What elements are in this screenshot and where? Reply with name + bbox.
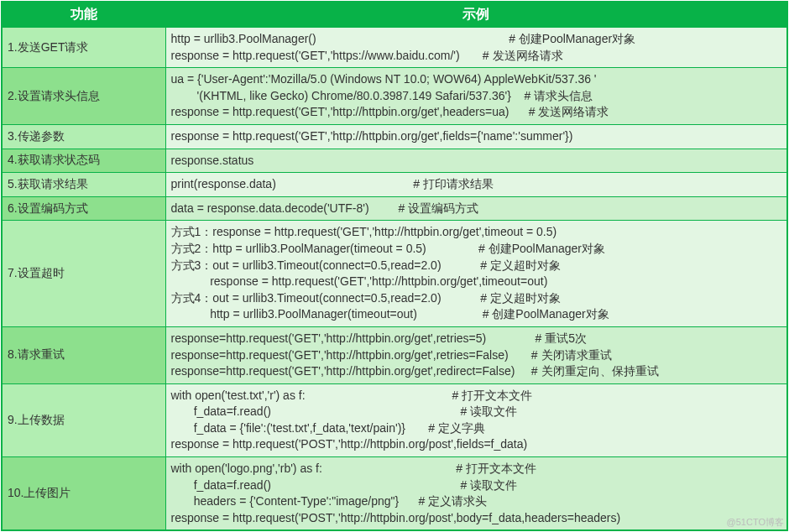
table-row: 6.设置编码方式data = response.data.decode('UTF… bbox=[2, 196, 787, 221]
table-row: 3.传递参数response = http.request('GET','htt… bbox=[2, 124, 787, 149]
header-function: 功能 bbox=[2, 2, 165, 28]
table-row: 5.获取请求结果print(response.data) # 打印请求结果 bbox=[2, 173, 787, 197]
example-cell: 方式1：response = http.request('GET','http:… bbox=[165, 221, 787, 327]
example-cell: print(response.data) # 打印请求结果 bbox=[165, 173, 787, 197]
watermark: @51CTO博客 bbox=[727, 516, 784, 529]
table-row: 1.发送GET请求http = urllib3.PoolManager() # … bbox=[2, 28, 787, 68]
example-cell: data = response.data.decode('UTF-8') # 设… bbox=[165, 196, 787, 221]
table-row: 4.获取请求状态码response.status bbox=[2, 149, 787, 173]
example-cell: http = urllib3.PoolManager() # 创建PoolMan… bbox=[165, 28, 787, 68]
function-cell: 5.获取请求结果 bbox=[2, 173, 165, 197]
table-header-row: 功能 示例 bbox=[2, 2, 787, 28]
table-row: 9.上传数据with open('test.txt','r') as f: # … bbox=[2, 383, 787, 456]
table-body: 1.发送GET请求http = urllib3.PoolManager() # … bbox=[2, 28, 787, 531]
table-row: 7.设置超时方式1：response = http.request('GET',… bbox=[2, 221, 787, 327]
table-row: 10.上传图片with open('logo.png','rb') as f: … bbox=[2, 457, 787, 531]
example-cell: response.status bbox=[165, 149, 787, 173]
function-cell: 3.传递参数 bbox=[2, 124, 165, 149]
function-cell: 1.发送GET请求 bbox=[2, 28, 165, 68]
function-cell: 4.获取请求状态码 bbox=[2, 149, 165, 173]
function-cell: 8.请求重试 bbox=[2, 326, 165, 383]
function-cell: 6.设置编码方式 bbox=[2, 196, 165, 221]
header-example: 示例 bbox=[165, 2, 787, 28]
example-cell: response=http.request('GET','http://http… bbox=[165, 326, 787, 383]
example-cell: with open('logo.png','rb') as f: # 打开文本文… bbox=[165, 457, 787, 531]
function-cell: 10.上传图片 bbox=[2, 457, 165, 531]
example-cell: with open('test.txt','r') as f: # 打开文本文件… bbox=[165, 383, 787, 456]
function-cell: 7.设置超时 bbox=[2, 221, 165, 327]
function-cell: 9.上传数据 bbox=[2, 383, 165, 456]
example-cell: response = http.request('GET','http://ht… bbox=[165, 124, 787, 149]
reference-table: 功能 示例 1.发送GET请求http = urllib3.PoolManage… bbox=[1, 1, 788, 531]
example-cell: ua = {'User-Agent':'Mozilla/5.0 (Windows… bbox=[165, 68, 787, 125]
table-row: 8.请求重试response=http.request('GET','http:… bbox=[2, 326, 787, 383]
table-row: 2.设置请求头信息ua = {'User-Agent':'Mozilla/5.0… bbox=[2, 68, 787, 125]
function-cell: 2.设置请求头信息 bbox=[2, 68, 165, 125]
